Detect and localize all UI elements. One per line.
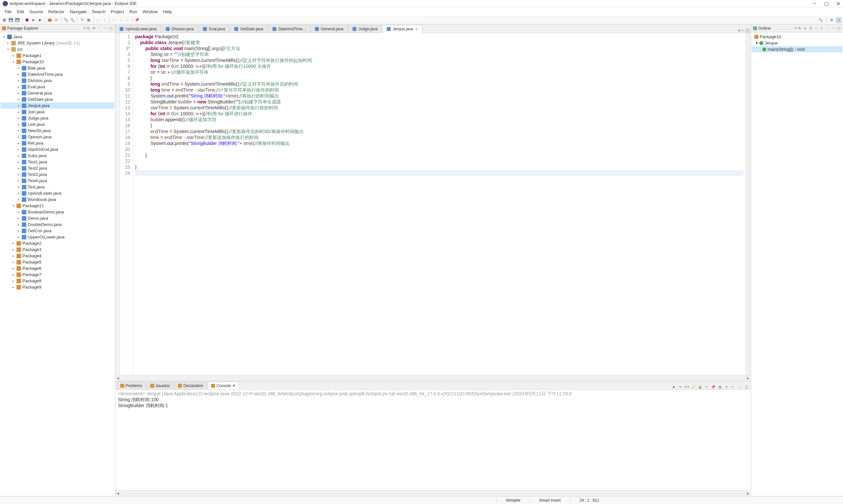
console-pin-icon[interactable]: 📌 — [711, 384, 716, 389]
scroll-left-icon[interactable]: ◄ — [115, 376, 121, 380]
editor-hscroll[interactable]: ◄ ► — [115, 375, 751, 381]
menu-project[interactable]: Project — [108, 9, 126, 14]
menu-file[interactable]: File — [2, 9, 14, 14]
twist-icon[interactable]: ▸ — [11, 267, 15, 270]
tree-item-getdate-java[interactable]: ▸GetDate.java — [1, 96, 114, 103]
twist-icon[interactable]: ▸ — [16, 166, 20, 170]
console-open-icon[interactable]: ▾ — [724, 384, 729, 389]
sort-icon[interactable]: ⇅ — [797, 26, 802, 31]
menu-search[interactable]: Search — [89, 9, 108, 14]
console-remove-all-icon[interactable]: ✕✕ — [684, 384, 689, 389]
quick-access-icon[interactable]: 🔍 — [818, 17, 824, 23]
minimize-button[interactable]: ─ — [813, 1, 816, 6]
tree-item-package10[interactable]: ▾Package10 — [1, 59, 114, 65]
tree-item-startorend-java[interactable]: ▸StartOrEnd.java — [1, 146, 114, 152]
tree-item-package7[interactable]: ▸Package7 — [1, 271, 114, 278]
maximize-outline-icon[interactable]: ▢ — [837, 26, 841, 31]
outline-package[interactable]: Package10 — [752, 34, 842, 40]
next-annotation-icon[interactable]: ↓ — [95, 17, 101, 23]
tree-item-opinion-java[interactable]: ▸Opinion.java — [1, 134, 114, 140]
code-line[interactable]: long starTime = System.currentTimeMillis… — [135, 57, 743, 63]
scroll-right-icon[interactable]: ► — [746, 491, 751, 496]
twist-icon[interactable]: ▸ — [16, 79, 20, 82]
hide-local-icon[interactable]: L — [820, 26, 824, 31]
twist-icon[interactable]: ▸ — [16, 141, 20, 145]
minimize-editor-icon[interactable]: ─ — [741, 28, 745, 33]
tree-item-test2-java[interactable]: ▸Test2.java — [1, 165, 114, 171]
show-list-icon[interactable]: » — [738, 28, 740, 33]
twist-icon[interactable]: ▸ — [16, 173, 20, 176]
tree-item-test4-java[interactable]: ▸Test4.java — [1, 178, 114, 184]
code-line[interactable]: String str = "";//创建空字符串 — [135, 51, 743, 57]
save-all-icon[interactable]: 💾 — [15, 17, 20, 23]
editor-tab-dateandtime---[interactable]: DateAndTime... — [268, 25, 310, 33]
hide-nonpublic-icon[interactable]: ○ — [814, 26, 819, 31]
tree-item-ref-java[interactable]: ▸Ref.java — [1, 140, 114, 146]
tree-item-dateandtime-java[interactable]: ▸DateAndTime.java — [1, 71, 114, 77]
code-line[interactable]: long time = endTime - starTime;//计算对字符串执… — [135, 87, 743, 93]
tree-item-package9[interactable]: ▸Package9 — [1, 284, 114, 290]
twist-icon[interactable]: ▸ — [11, 273, 15, 276]
menu-source[interactable]: Source — [27, 9, 46, 14]
code-line[interactable] — [135, 158, 743, 164]
tree-item-subs-java[interactable]: ▸Subs.java — [1, 152, 114, 159]
twist-icon[interactable]: ▸ — [16, 135, 20, 139]
code-line[interactable]: package Package10; — [135, 34, 743, 39]
code-line[interactable]: } — [135, 152, 743, 158]
toggle-mark-icon[interactable]: ✎ — [79, 17, 85, 23]
console-new-icon[interactable]: + — [730, 384, 736, 389]
console-output[interactable]: <terminated> Jerque [Java Application] D… — [115, 390, 751, 490]
tree-item-booleandemo-java[interactable]: ▸BooleanDemo.java — [1, 209, 114, 215]
code-line[interactable]: public static void main(String[] args){/… — [135, 46, 743, 51]
editor-tab-general-java[interactable]: General.java — [311, 25, 347, 33]
scroll-left-icon[interactable]: ◄ — [115, 491, 121, 496]
code-content[interactable]: package Package10; public class Jerque{/… — [133, 33, 746, 375]
editor-tab-eval-java[interactable]: Eval.java — [199, 25, 229, 33]
scroll-right-icon[interactable]: ► — [746, 376, 751, 380]
code-line[interactable]: endTime = System.currentTimeMillis();//更… — [135, 128, 743, 134]
maximize-button[interactable]: ▢ — [824, 1, 828, 6]
twist-icon[interactable]: ▸ — [16, 66, 20, 70]
hide-static-icon[interactable]: S — [808, 26, 813, 31]
code-line[interactable]: } — [135, 75, 743, 81]
last-edit-icon[interactable]: ← — [111, 17, 117, 23]
twist-icon[interactable]: ▸ — [16, 104, 20, 107]
twist-icon[interactable]: ▸ — [16, 110, 20, 114]
tree-item-package11[interactable]: ▾Package11 — [1, 203, 114, 209]
code-line[interactable]: for (int i= 0;i< 10000; i++){//利用 for 循环… — [135, 111, 743, 116]
new-icon[interactable]: ▦ — [1, 17, 7, 23]
new-class-icon[interactable]: © — [53, 17, 59, 23]
tree-item-java[interactable]: ▾Java — [1, 34, 114, 40]
twist-icon[interactable]: ▸ — [11, 279, 15, 283]
menu-run[interactable]: Run — [127, 9, 140, 14]
twist-icon[interactable]: ▸ — [16, 116, 20, 120]
console-scroll-lock-icon[interactable]: 🔒 — [697, 384, 703, 389]
tree-item-getcon-java[interactable]: ▸GetCon.java — [1, 228, 114, 234]
twist-icon[interactable]: ▸ — [6, 41, 10, 45]
editor-tab-upandlower-java[interactable]: UpAndLower.java — [115, 25, 161, 33]
view-menu-icon[interactable]: ⋮ — [97, 26, 102, 31]
code-line[interactable]: } — [135, 123, 743, 128]
menu-refactor[interactable]: Refactor — [46, 9, 67, 14]
menu-window[interactable]: Window — [140, 9, 160, 14]
link-editor-icon[interactable]: ⇄ — [92, 26, 96, 31]
pin-icon[interactable]: 📌 — [134, 17, 140, 23]
package-tree[interactable]: ▾Java▸JRE System Library[JavaSE-11]▾src▸… — [0, 32, 115, 496]
tree-item-package4[interactable]: ▸Package4 — [1, 253, 114, 259]
twist-icon[interactable]: ▸ — [16, 123, 20, 126]
code-line[interactable]: time = endTime - starTime;//更新追加操作执行的时间 — [135, 134, 743, 140]
bottom-tab-problems[interactable]: Problems — [116, 382, 146, 389]
minimize-view-icon[interactable]: ─ — [103, 26, 107, 31]
tree-item-package8[interactable]: ▸Package8 — [1, 278, 114, 284]
debug-icon[interactable]: 🐞 — [24, 17, 30, 23]
tree-item-test3-java[interactable]: ▸Test3.java — [1, 171, 114, 178]
code-line[interactable]: builder.append(i);//循环追加字符 — [135, 116, 743, 123]
twist-icon[interactable]: ▸ — [16, 97, 20, 101]
tree-item-text-java[interactable]: ▸Text.java — [1, 184, 114, 190]
twist-icon[interactable]: ▸ — [16, 160, 20, 164]
code-line[interactable]: System.out.println("StringBuilder 消耗时间:"… — [135, 140, 743, 146]
code-line[interactable]: for (int i= 0;i< 10000; i++){//利用 for 循环… — [135, 63, 743, 69]
bottom-tab-javadoc[interactable]: Javadoc — [147, 382, 174, 389]
prev-annotation-icon[interactable]: ↑ — [102, 17, 108, 23]
twist-icon[interactable]: ▸ — [16, 85, 20, 89]
